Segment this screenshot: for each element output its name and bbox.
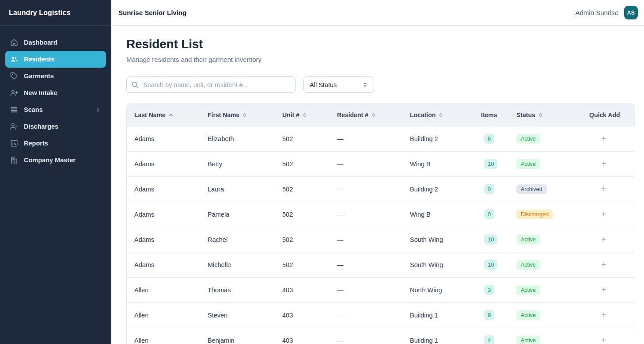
sidebar-item-new-intake[interactable]: New Intake [5,84,106,101]
avatar[interactable]: AS [624,6,638,19]
sidebar-nav: Dashboard Residents Garments New Intake … [0,26,111,177]
quick-add-button[interactable] [599,210,608,218]
cell-first-name: Rachel [200,227,275,252]
user-plus-icon [10,89,18,97]
sidebar-item-residents[interactable]: Residents [5,51,106,68]
plus-icon [600,210,607,218]
chevron-updown-icon [362,81,368,88]
page-content: Resident List Manage residents and their… [111,26,644,344]
sidebar-item-label: Garments [24,73,54,80]
cell-location: Wing B [402,202,474,227]
status-badge: Discharged [516,210,553,219]
quick-add-button[interactable] [599,235,608,244]
plus-icon [600,261,607,268]
cell-unit-number: 502 [275,151,330,176]
quick-add-button[interactable] [599,285,608,294]
status-filter-select[interactable]: All Status [303,76,374,93]
cell-first-name: Pamela [200,202,275,227]
table-row[interactable]: Adams Michelle 502 — South Wing 10 Activ… [127,252,635,277]
column-label: Resident # [337,111,368,118]
sidebar-item-label: Discharges [24,123,58,130]
status-filter-value: All Status [310,81,337,88]
sidebar-item-garments[interactable]: Garments [5,68,106,84]
sidebar-item-company-master[interactable]: Company Master [5,152,106,168]
cell-first-name: Thomas [200,277,275,302]
cell-last-name: Allen [127,302,200,328]
building-icon [10,156,18,164]
cell-last-name: Adams [127,151,200,176]
plus-icon [600,185,607,192]
column-header-unit[interactable]: Unit # [275,104,330,126]
table-row[interactable]: Allen Benjamin 403 — Building 1 4 Active [127,328,635,344]
sidebar-item-label: Company Master [24,157,76,164]
quick-add-button[interactable] [599,134,608,143]
quick-add-button[interactable] [599,184,608,193]
sort-ascending-icon [168,112,174,118]
users-icon [10,55,18,63]
table-row[interactable]: Adams Betty 502 — Wing B 10 Active [127,151,635,176]
page-title: Resident List [126,37,635,51]
cell-first-name: Michelle [200,252,275,277]
items-count-badge: 3 [484,285,494,295]
top-header: Sunrise Senior Living Admin Sunrise AS [111,0,644,26]
cell-resident-number: — [330,252,402,277]
sidebar-item-discharges[interactable]: Discharges [5,118,106,135]
table-row[interactable]: Adams Laura 502 — Building 2 0 Archived [127,176,635,202]
sort-toggle-icon [371,112,376,118]
search-input[interactable] [126,76,296,93]
items-count-badge: 0 [484,184,494,194]
items-count-badge: 10 [484,260,497,270]
user-area[interactable]: Admin Sunrise AS [575,6,638,19]
items-count-badge: 6 [484,134,494,144]
plus-icon [600,135,607,142]
sidebar: Laundry Logistics Dashboard Residents Ga… [0,0,111,344]
tag-icon [10,72,18,80]
cell-last-name: Allen [127,277,200,302]
column-label: Location [410,111,436,118]
cell-last-name: Adams [127,202,200,227]
sidebar-item-reports[interactable]: Reports [5,135,106,152]
app-brand: Laundry Logistics [0,0,111,26]
cell-last-name: Adams [127,126,200,151]
sort-toggle-icon [438,112,443,118]
cell-resident-number: — [330,176,402,202]
column-header-location[interactable]: Location [402,104,474,126]
table-row[interactable]: Adams Pamela 502 — Wing B 0 Discharged [127,202,635,227]
quick-add-button[interactable] [599,310,608,319]
column-label: First Name [208,111,239,118]
table-row[interactable]: Adams Elizabeth 502 — Building 2 6 Activ… [127,126,635,151]
cell-last-name: Adams [127,252,200,277]
items-count-badge: 4 [484,335,494,344]
cell-resident-number: — [330,277,402,302]
table-row[interactable]: Adams Rachel 502 — South Wing 10 Active [127,227,635,252]
plus-icon [600,160,607,167]
cell-location: Wing B [402,151,474,176]
column-header-status[interactable]: Status [509,104,582,126]
status-badge: Active [516,235,540,245]
table-row[interactable]: Allen Steven 403 — Building 1 9 Active [127,302,635,328]
column-header-resident[interactable]: Resident # [330,104,402,126]
sort-toggle-icon [538,112,543,118]
cell-resident-number: — [330,328,402,344]
status-badge: Active [516,134,540,144]
resident-table: Last NameFirst NameUnit #Resident #Locat… [127,104,635,344]
sidebar-item-dashboard[interactable]: Dashboard [5,34,106,51]
table-row[interactable]: Allen Thomas 403 — North Wing 3 Active [127,277,635,302]
quick-add-button[interactable] [599,260,608,269]
sidebar-item-label: Residents [24,56,54,63]
cell-last-name: Adams [127,227,200,252]
cell-unit-number: 502 [275,126,330,151]
status-badge: Archived [516,184,547,194]
column-header-first-name[interactable]: First Name [200,104,275,126]
facility-name: Sunrise Senior Living [118,9,186,16]
sidebar-item-scans[interactable]: Scans [5,101,106,118]
quick-add-button[interactable] [599,159,608,168]
sidebar-item-label: New Intake [24,89,57,96]
cell-first-name: Steven [200,302,275,328]
column-header-last-name[interactable]: Last Name [127,104,200,126]
quick-add-button[interactable] [599,336,608,344]
items-count-badge: 9 [484,310,494,320]
cell-location: Building 2 [402,126,474,151]
status-badge: Active [516,260,540,270]
list-icon [10,106,18,114]
